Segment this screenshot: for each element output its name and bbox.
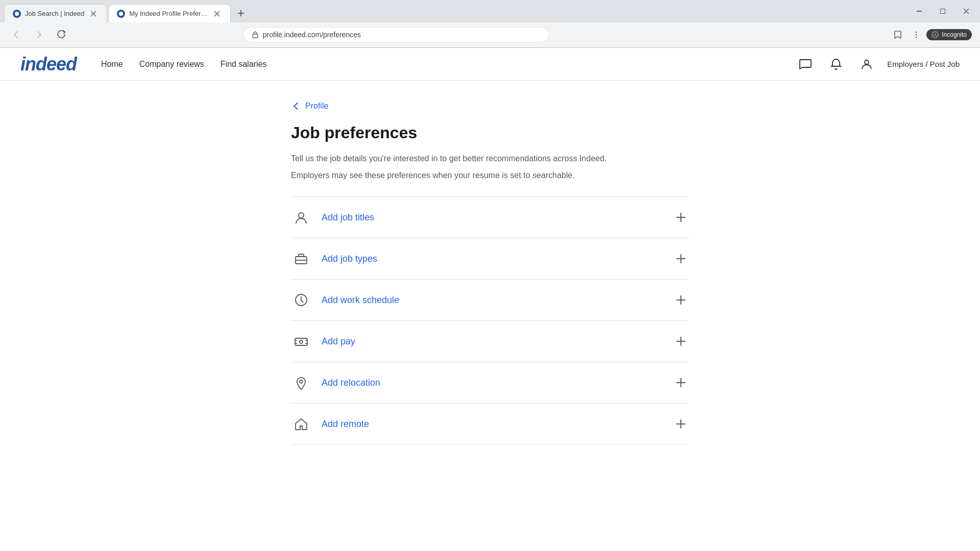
add-remote-label: Add remote: [322, 419, 673, 430]
money-icon: [291, 331, 311, 352]
add-pay-label: Add pay: [322, 336, 673, 347]
close-button[interactable]: [954, 3, 978, 19]
svg-point-14: [916, 34, 917, 36]
incognito-badge: Incognito: [926, 29, 972, 40]
location-pin-icon: [291, 372, 311, 393]
url-text: profile.indeed.com/preferences: [263, 31, 541, 39]
add-job-types-plus-icon: [673, 251, 689, 267]
main-nav: Home Company reviews Find salaries: [101, 60, 267, 69]
bookmark-button[interactable]: [890, 27, 906, 43]
browser-menu-button[interactable]: [908, 27, 924, 43]
header-actions: Employers / Post Job: [795, 54, 960, 74]
add-work-schedule-plus-icon: [673, 292, 689, 308]
add-pay-item[interactable]: Add pay: [291, 321, 689, 362]
back-browser-button[interactable]: [8, 27, 24, 43]
home-icon: [291, 414, 311, 434]
svg-point-37: [300, 380, 303, 383]
tab-2-close[interactable]: [212, 9, 222, 19]
user-account-button[interactable]: [856, 54, 877, 74]
add-job-titles-plus-icon: [673, 209, 689, 226]
tab-1-close[interactable]: [88, 9, 99, 19]
svg-point-18: [865, 60, 869, 64]
page-description: Tell us the job details you're intereste…: [291, 153, 689, 165]
employers-post-job-link[interactable]: Employers / Post Job: [887, 60, 960, 68]
forward-browser-button[interactable]: [31, 27, 47, 43]
add-job-types-item[interactable]: Add job types: [291, 238, 689, 280]
svg-point-15: [916, 37, 917, 38]
clock-icon: [291, 290, 311, 310]
svg-point-13: [916, 32, 917, 33]
add-remote-plus-icon: [673, 416, 689, 432]
person-icon: [291, 207, 311, 228]
tab-2-favicon: [117, 10, 125, 18]
nav-find-salaries[interactable]: Find salaries: [220, 60, 267, 69]
main-content: Profile Job preferences Tell us the job …: [260, 81, 720, 465]
svg-rect-12: [253, 34, 258, 38]
lock-icon: [252, 31, 259, 38]
tab-2-title: My Indeed Profile Preferences: [129, 10, 208, 17]
svg-point-17: [935, 33, 936, 34]
tab-1-title: Job Search | Indeed: [25, 10, 84, 17]
add-relocation-label: Add relocation: [322, 378, 673, 388]
svg-point-3: [119, 12, 123, 16]
svg-point-30: [300, 340, 303, 343]
add-work-schedule-label: Add work schedule: [322, 295, 673, 306]
add-job-titles-label: Add job titles: [322, 212, 673, 223]
nav-home[interactable]: Home: [101, 60, 123, 69]
app-header: indeed Home Company reviews Find salarie…: [0, 48, 980, 81]
url-bar[interactable]: profile.indeed.com/preferences: [243, 27, 549, 42]
svg-point-19: [299, 213, 304, 218]
add-pay-plus-icon: [673, 333, 689, 349]
add-job-types-label: Add job types: [322, 254, 673, 264]
page-note: Employers may see these preferences when…: [291, 171, 689, 180]
maximize-button[interactable]: [931, 3, 954, 19]
nav-company-reviews[interactable]: Company reviews: [139, 60, 204, 69]
notifications-button[interactable]: [826, 54, 846, 74]
svg-rect-29: [295, 338, 307, 345]
browser-tab-2[interactable]: My Indeed Profile Preferences: [108, 4, 231, 22]
back-arrow-icon: [291, 101, 301, 111]
add-remote-item[interactable]: Add remote: [291, 404, 689, 445]
preferences-list: Add job titles Add job types: [291, 196, 689, 445]
browser-tab-1[interactable]: Job Search | Indeed: [4, 4, 107, 22]
add-relocation-plus-icon: [673, 374, 689, 391]
new-tab-button[interactable]: [234, 6, 248, 20]
reload-button[interactable]: [53, 27, 69, 43]
address-bar-area: profile.indeed.com/preferences Incognito: [0, 22, 980, 47]
back-label: Profile: [305, 102, 328, 111]
add-job-titles-item[interactable]: Add job titles: [291, 197, 689, 238]
minimize-button[interactable]: [908, 3, 931, 19]
incognito-label: Incognito: [942, 31, 967, 38]
page-title: Job preferences: [291, 123, 689, 142]
svg-rect-8: [917, 11, 922, 12]
tab-1-favicon: [13, 10, 21, 18]
svg-rect-9: [941, 9, 945, 14]
briefcase-icon: [291, 248, 311, 269]
svg-point-0: [15, 12, 19, 16]
back-to-profile-link[interactable]: Profile: [291, 101, 689, 111]
add-work-schedule-item[interactable]: Add work schedule: [291, 280, 689, 321]
messages-button[interactable]: [795, 54, 816, 74]
add-relocation-item[interactable]: Add relocation: [291, 362, 689, 404]
indeed-logo[interactable]: indeed: [20, 54, 77, 75]
